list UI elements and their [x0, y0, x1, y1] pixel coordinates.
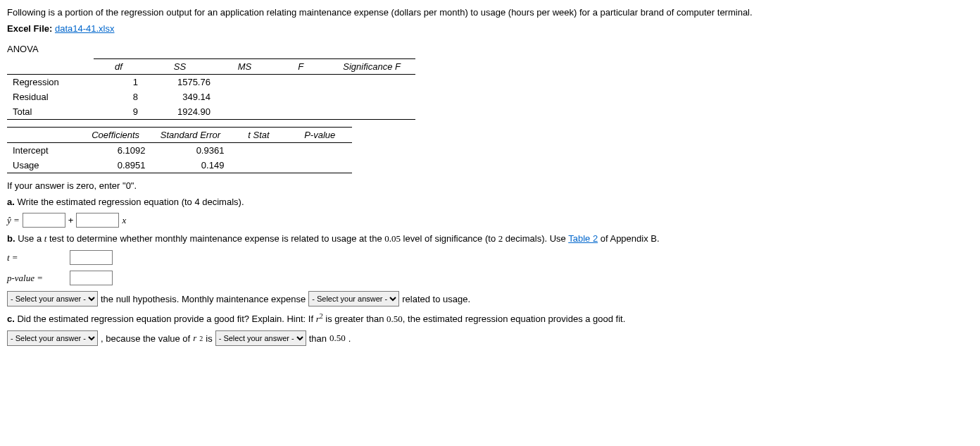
anova-heading: ANOVA: [7, 44, 972, 54]
col-pval: P-value: [287, 128, 352, 143]
fit-select[interactable]: - Select your answer -: [7, 330, 98, 346]
t-stat-row: t =: [7, 250, 972, 265]
col-f: F: [273, 59, 328, 75]
question-c: c. Did the estimated regression equation…: [7, 312, 972, 325]
col-sigf: Significance F: [328, 59, 415, 75]
table-row: Usage 0.8951 0.149: [7, 158, 352, 173]
fit-row: - Select your answer - , because the val…: [7, 330, 972, 346]
table-row: Total 9 1924.90: [7, 104, 415, 120]
excel-label: Excel File:: [7, 23, 52, 34]
col-ss: SS: [144, 59, 216, 75]
table-row: Residual 8 349.14: [7, 89, 415, 104]
t-input[interactable]: [70, 250, 113, 265]
coefficients-table: Coefficients Standard Error t Stat P-val…: [7, 127, 352, 173]
hypothesis-row: - Select your answer - the null hypothes…: [7, 291, 972, 306]
anova-table: df SS MS F Significance F Regression 1 1…: [7, 58, 415, 120]
related-select[interactable]: - Select your answer -: [308, 291, 399, 306]
intercept-input[interactable]: [23, 213, 65, 228]
question-b: b. Use a t test to determine whether mon…: [7, 233, 972, 244]
t-label: t =: [7, 252, 67, 264]
x-var: x: [122, 215, 126, 226]
pvalue-input[interactable]: [70, 271, 113, 285]
pvalue-label: p-value =: [7, 273, 67, 284]
sentence-text: related to usage.: [402, 294, 470, 304]
sentence-text: , because the value of: [101, 333, 190, 344]
reject-select[interactable]: - Select your answer -: [7, 291, 98, 306]
table-row: Regression 1 1575.76: [7, 75, 415, 90]
excel-file-line: Excel File: data14-41.xlsx: [7, 23, 972, 34]
col-se: Standard Error: [151, 128, 230, 143]
yhat-label: ŷ =: [7, 215, 20, 226]
col-tstat: t Stat: [230, 128, 287, 143]
plus-sign: +: [68, 215, 74, 225]
col-ms: MS: [216, 59, 273, 75]
col-df: df: [94, 59, 144, 75]
pvalue-row: p-value =: [7, 271, 972, 285]
sentence-text: than: [309, 333, 327, 344]
table2-link[interactable]: Table 2: [568, 233, 598, 244]
equation-row: ŷ = + x: [7, 213, 972, 228]
intro-text: Following is a portion of the regression…: [7, 7, 972, 18]
zero-note: If your answer is zero, enter "0".: [7, 180, 972, 191]
compare-select[interactable]: - Select your answer -: [215, 330, 306, 346]
excel-file-link[interactable]: data14-41.xlsx: [55, 23, 115, 34]
table-row: Intercept 6.1092 0.9361: [7, 143, 352, 159]
sentence-text: the null hypothesis. Monthly maintenance…: [101, 294, 306, 304]
slope-input[interactable]: [76, 213, 119, 228]
question-a: a. Write the estimated regression equati…: [7, 197, 972, 207]
col-coef: Coefficients: [80, 128, 151, 143]
sentence-text: is: [206, 333, 212, 344]
